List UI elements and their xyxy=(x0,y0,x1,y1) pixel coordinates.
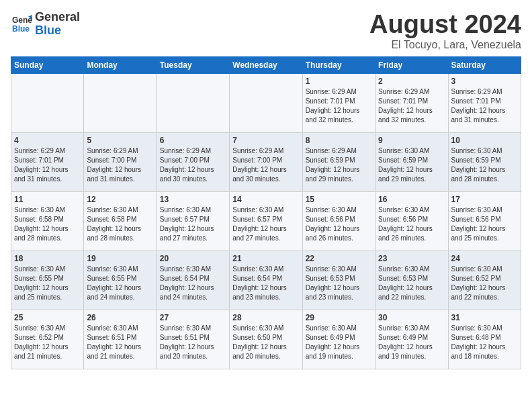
calendar-cell: 12Sunrise: 6:30 AM Sunset: 6:58 PM Dayli… xyxy=(84,191,157,250)
calendar-cell: 26Sunrise: 6:30 AM Sunset: 6:51 PM Dayli… xyxy=(84,310,157,369)
day-number: 17 xyxy=(451,195,518,204)
day-number: 4 xyxy=(14,136,81,145)
day-number: 11 xyxy=(14,195,81,204)
calendar-cell: 2Sunrise: 6:29 AM Sunset: 7:01 PM Daylig… xyxy=(375,73,448,132)
calendar-cell: 9Sunrise: 6:30 AM Sunset: 6:59 PM Daylig… xyxy=(375,132,448,191)
day-info: Sunrise: 6:29 AM Sunset: 6:59 PM Dayligh… xyxy=(306,146,372,184)
week-row-2: 4Sunrise: 6:29 AM Sunset: 7:01 PM Daylig… xyxy=(11,132,521,191)
calendar-cell: 17Sunrise: 6:30 AM Sunset: 6:56 PM Dayli… xyxy=(448,191,521,250)
day-number: 30 xyxy=(378,313,445,322)
day-info: Sunrise: 6:30 AM Sunset: 6:59 PM Dayligh… xyxy=(378,146,445,184)
day-number: 7 xyxy=(232,136,299,145)
day-info: Sunrise: 6:30 AM Sunset: 6:49 PM Dayligh… xyxy=(306,324,372,361)
day-info: Sunrise: 6:30 AM Sunset: 6:58 PM Dayligh… xyxy=(87,205,153,243)
logo-name-general: General xyxy=(35,11,80,24)
calendar-cell: 3Sunrise: 6:29 AM Sunset: 7:01 PM Daylig… xyxy=(448,73,521,132)
calendar-cell: 5Sunrise: 6:29 AM Sunset: 7:00 PM Daylig… xyxy=(84,132,157,191)
day-info: Sunrise: 6:30 AM Sunset: 6:54 PM Dayligh… xyxy=(232,265,299,302)
day-number: 19 xyxy=(87,254,153,263)
calendar-cell: 21Sunrise: 6:30 AM Sunset: 6:54 PM Dayli… xyxy=(230,250,302,310)
calendar-cell xyxy=(84,73,157,132)
day-number: 25 xyxy=(14,313,81,322)
day-info: Sunrise: 6:29 AM Sunset: 7:00 PM Dayligh… xyxy=(87,146,153,184)
day-info: Sunrise: 6:30 AM Sunset: 6:59 PM Dayligh… xyxy=(451,146,518,184)
calendar-cell: 24Sunrise: 6:30 AM Sunset: 6:52 PM Dayli… xyxy=(448,250,521,310)
day-number: 23 xyxy=(378,254,445,263)
calendar-header-row: SundayMondayTuesdayWednesdayThursdayFrid… xyxy=(11,56,521,73)
day-number: 22 xyxy=(306,254,372,263)
day-info: Sunrise: 6:30 AM Sunset: 6:57 PM Dayligh… xyxy=(160,205,226,243)
calendar-cell: 25Sunrise: 6:30 AM Sunset: 6:52 PM Dayli… xyxy=(11,310,84,369)
calendar-table: SundayMondayTuesdayWednesdayThursdayFrid… xyxy=(11,56,521,369)
day-header-monday: Monday xyxy=(84,56,157,73)
day-info: Sunrise: 6:30 AM Sunset: 6:56 PM Dayligh… xyxy=(451,205,518,243)
day-number: 18 xyxy=(14,254,81,263)
day-info: Sunrise: 6:30 AM Sunset: 6:58 PM Dayligh… xyxy=(14,205,81,243)
day-info: Sunrise: 6:30 AM Sunset: 6:51 PM Dayligh… xyxy=(87,324,153,361)
calendar-cell: 11Sunrise: 6:30 AM Sunset: 6:58 PM Dayli… xyxy=(11,191,84,250)
day-number: 15 xyxy=(306,195,372,204)
title-block: August 2024 El Tocuyo, Lara, Venezuela xyxy=(369,11,521,51)
month-title: August 2024 xyxy=(369,11,521,39)
day-info: Sunrise: 6:30 AM Sunset: 6:57 PM Dayligh… xyxy=(232,205,299,243)
day-info: Sunrise: 6:30 AM Sunset: 6:55 PM Dayligh… xyxy=(87,265,153,302)
calendar-cell: 29Sunrise: 6:30 AM Sunset: 6:49 PM Dayli… xyxy=(302,310,375,369)
page-header: General Blue General Blue August 2024 El… xyxy=(11,11,521,51)
week-row-5: 25Sunrise: 6:30 AM Sunset: 6:52 PM Dayli… xyxy=(11,310,521,369)
day-info: Sunrise: 6:30 AM Sunset: 6:54 PM Dayligh… xyxy=(160,265,226,302)
logo-icon: General Blue xyxy=(11,13,32,35)
calendar-cell: 6Sunrise: 6:29 AM Sunset: 7:00 PM Daylig… xyxy=(157,132,229,191)
day-number: 21 xyxy=(232,254,299,263)
day-info: Sunrise: 6:29 AM Sunset: 7:01 PM Dayligh… xyxy=(306,87,372,125)
week-row-3: 11Sunrise: 6:30 AM Sunset: 6:58 PM Dayli… xyxy=(11,191,521,250)
day-number: 27 xyxy=(160,313,226,322)
calendar-cell: 22Sunrise: 6:30 AM Sunset: 6:53 PM Dayli… xyxy=(302,250,375,310)
day-number: 10 xyxy=(451,136,518,145)
day-header-sunday: Sunday xyxy=(11,56,84,73)
day-header-friday: Friday xyxy=(375,56,448,73)
day-number: 8 xyxy=(306,136,372,145)
day-info: Sunrise: 6:30 AM Sunset: 6:52 PM Dayligh… xyxy=(451,265,518,302)
day-number: 1 xyxy=(306,77,372,86)
day-info: Sunrise: 6:30 AM Sunset: 6:56 PM Dayligh… xyxy=(378,205,445,243)
calendar-cell: 20Sunrise: 6:30 AM Sunset: 6:54 PM Dayli… xyxy=(157,250,229,310)
calendar-cell: 28Sunrise: 6:30 AM Sunset: 6:50 PM Dayli… xyxy=(230,310,302,369)
calendar-cell: 14Sunrise: 6:30 AM Sunset: 6:57 PM Dayli… xyxy=(230,191,302,250)
day-number: 29 xyxy=(306,313,372,322)
day-info: Sunrise: 6:29 AM Sunset: 7:00 PM Dayligh… xyxy=(160,146,226,184)
calendar-cell: 10Sunrise: 6:30 AM Sunset: 6:59 PM Dayli… xyxy=(448,132,521,191)
calendar-cell: 15Sunrise: 6:30 AM Sunset: 6:56 PM Dayli… xyxy=(302,191,375,250)
week-row-4: 18Sunrise: 6:30 AM Sunset: 6:55 PM Dayli… xyxy=(11,250,521,310)
svg-text:Blue: Blue xyxy=(12,24,30,34)
logo: General Blue General Blue xyxy=(11,11,80,38)
day-number: 2 xyxy=(378,77,445,86)
calendar-cell: 8Sunrise: 6:29 AM Sunset: 6:59 PM Daylig… xyxy=(302,132,375,191)
day-info: Sunrise: 6:30 AM Sunset: 6:55 PM Dayligh… xyxy=(14,265,81,302)
calendar-body: 1Sunrise: 6:29 AM Sunset: 7:01 PM Daylig… xyxy=(11,73,521,369)
day-number: 28 xyxy=(232,313,299,322)
day-info: Sunrise: 6:30 AM Sunset: 6:53 PM Dayligh… xyxy=(378,265,445,302)
day-number: 31 xyxy=(451,313,518,322)
day-number: 5 xyxy=(87,136,153,145)
calendar-cell: 23Sunrise: 6:30 AM Sunset: 6:53 PM Dayli… xyxy=(375,250,448,310)
calendar-cell: 7Sunrise: 6:29 AM Sunset: 7:00 PM Daylig… xyxy=(230,132,302,191)
day-header-saturday: Saturday xyxy=(448,56,521,73)
day-number: 16 xyxy=(378,195,445,204)
calendar-cell: 27Sunrise: 6:30 AM Sunset: 6:51 PM Dayli… xyxy=(157,310,229,369)
calendar-cell: 31Sunrise: 6:30 AM Sunset: 6:48 PM Dayli… xyxy=(448,310,521,369)
day-info: Sunrise: 6:30 AM Sunset: 6:49 PM Dayligh… xyxy=(378,324,445,361)
calendar-cell xyxy=(230,73,302,132)
day-info: Sunrise: 6:30 AM Sunset: 6:51 PM Dayligh… xyxy=(160,324,226,361)
day-info: Sunrise: 6:30 AM Sunset: 6:48 PM Dayligh… xyxy=(451,324,518,361)
day-info: Sunrise: 6:30 AM Sunset: 6:56 PM Dayligh… xyxy=(306,205,372,243)
day-number: 14 xyxy=(232,195,299,204)
day-info: Sunrise: 6:29 AM Sunset: 7:01 PM Dayligh… xyxy=(378,87,445,125)
calendar-cell: 18Sunrise: 6:30 AM Sunset: 6:55 PM Dayli… xyxy=(11,250,84,310)
day-number: 12 xyxy=(87,195,153,204)
calendar-cell: 16Sunrise: 6:30 AM Sunset: 6:56 PM Dayli… xyxy=(375,191,448,250)
week-row-1: 1Sunrise: 6:29 AM Sunset: 7:01 PM Daylig… xyxy=(11,73,521,132)
day-header-thursday: Thursday xyxy=(302,56,375,73)
calendar-cell: 4Sunrise: 6:29 AM Sunset: 7:01 PM Daylig… xyxy=(11,132,84,191)
calendar-cell: 30Sunrise: 6:30 AM Sunset: 6:49 PM Dayli… xyxy=(375,310,448,369)
day-number: 26 xyxy=(87,313,153,322)
